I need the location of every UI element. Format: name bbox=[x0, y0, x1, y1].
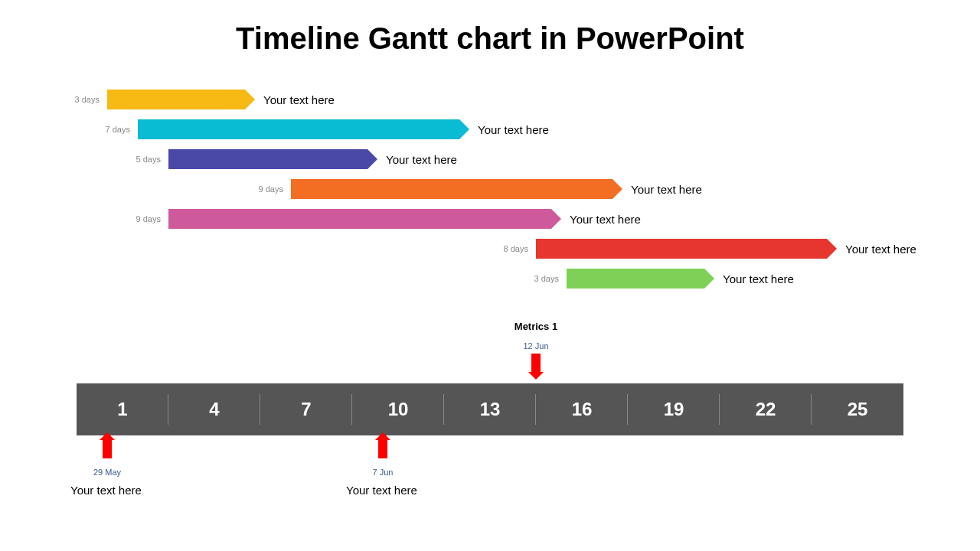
task-bar bbox=[107, 90, 245, 109]
axis-tick: 22 bbox=[720, 383, 812, 435]
arrow-down-icon bbox=[531, 354, 541, 372]
axis-tick: 13 bbox=[444, 383, 536, 435]
gantt-area: 3 days Your text here 7 days Your text h… bbox=[0, 84, 980, 293]
axis-tick: 10 bbox=[352, 383, 444, 435]
task-label: Your text here bbox=[723, 272, 794, 285]
arrow-up-icon bbox=[378, 440, 387, 458]
marker-label: Your text here bbox=[70, 484, 142, 497]
task-label: Your text here bbox=[386, 152, 457, 165]
task-bar bbox=[291, 179, 612, 199]
duration-label: 9 days bbox=[107, 214, 161, 223]
axis-tick: 16 bbox=[536, 383, 628, 435]
duration-label: 5 days bbox=[107, 155, 161, 164]
axis-tick: 7 bbox=[260, 383, 352, 435]
chart-title: Timeline Gantt chart in PowerPoint bbox=[0, 0, 980, 56]
duration-label: 7 days bbox=[77, 125, 130, 134]
task-bar bbox=[138, 119, 459, 139]
task-row: 3 days Your text here bbox=[0, 84, 980, 114]
timeline-axis: 1 4 7 10 13 16 19 22 25 bbox=[77, 383, 903, 435]
duration-label: 9 days bbox=[230, 184, 283, 194]
task-label: Your text here bbox=[263, 93, 335, 106]
axis-tick: 25 bbox=[812, 383, 903, 435]
task-label: Your text here bbox=[478, 122, 549, 135]
task-label: Your text here bbox=[845, 242, 916, 255]
metrics-label: Metrics 1 bbox=[513, 321, 559, 332]
marker-label: Your text here bbox=[346, 484, 417, 497]
marker-date: 7 Jun bbox=[360, 468, 406, 477]
axis-tick: 1 bbox=[77, 383, 168, 435]
duration-label: 3 days bbox=[505, 274, 559, 283]
task-row: 9 days Your text here bbox=[0, 174, 980, 204]
task-bar bbox=[567, 269, 704, 289]
task-bar bbox=[168, 209, 551, 229]
task-label: Your text here bbox=[631, 182, 702, 195]
task-row: 7 days Your text here bbox=[0, 114, 980, 144]
task-bar bbox=[536, 239, 827, 259]
marker-date: 29 May bbox=[84, 468, 130, 477]
arrow-up-icon bbox=[103, 440, 112, 458]
task-row: 3 days Your text here bbox=[0, 263, 980, 293]
task-row: 9 days Your text here bbox=[0, 204, 980, 233]
task-label: Your text here bbox=[570, 212, 641, 225]
axis-tick: 19 bbox=[628, 383, 720, 435]
duration-label: 8 days bbox=[475, 244, 528, 253]
marker-date: 12 Jun bbox=[513, 341, 559, 350]
task-bar bbox=[168, 149, 368, 169]
axis-tick: 4 bbox=[168, 383, 260, 435]
task-row: 5 days Your text here bbox=[0, 144, 980, 174]
duration-label: 3 days bbox=[46, 95, 100, 104]
task-row: 8 days Your text here bbox=[0, 233, 980, 263]
